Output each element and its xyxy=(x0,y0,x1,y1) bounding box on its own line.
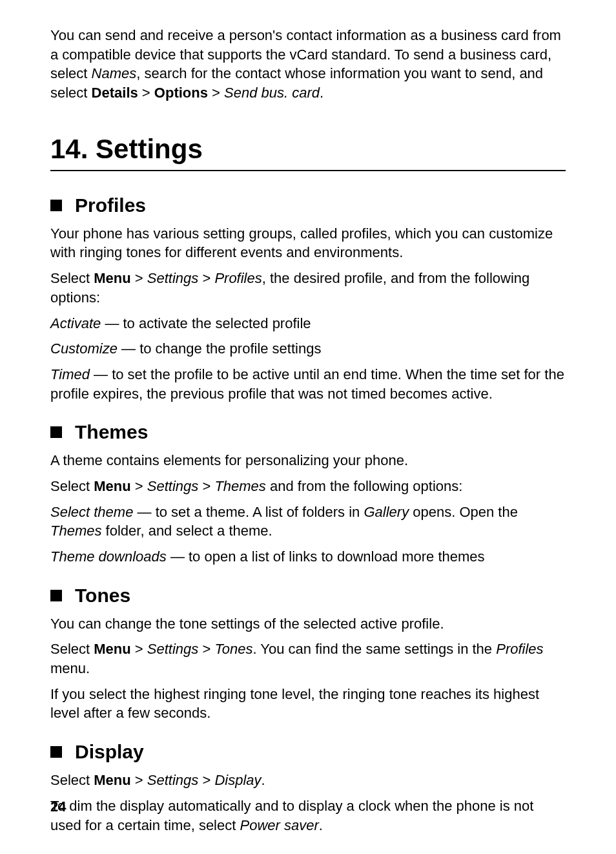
themes-select-theme: Select theme — to set a theme. A list of… xyxy=(50,503,566,541)
intro-details: Details xyxy=(92,85,138,101)
profiles-timed: Timed — to set the profile to be active … xyxy=(50,365,566,403)
display-p1-period: . xyxy=(262,772,265,788)
display-p1-gt2: > xyxy=(198,772,214,788)
profiles-p2-profiles: Profiles xyxy=(214,270,262,286)
themes-p2-select: Select xyxy=(50,478,94,494)
tones-p3: If you select the highest ringing tone l… xyxy=(50,685,566,723)
tones-p2-rest1: . You can find the same settings in the xyxy=(253,641,497,657)
display-p1-settings: Settings xyxy=(147,772,199,788)
intro-gt2: > xyxy=(208,85,224,101)
intro-period: . xyxy=(320,85,323,101)
display-heading: Display xyxy=(50,741,566,763)
chapter-heading: 14. Settings xyxy=(50,134,566,171)
profiles-p2-settings: Settings xyxy=(147,270,199,286)
profiles-p2-select: Select xyxy=(50,270,94,286)
profiles-activate: Activate — to activate the selected prof… xyxy=(50,314,566,333)
themes-heading-text: Themes xyxy=(75,421,148,443)
themes-downloads: Theme downloads — to open a list of link… xyxy=(50,547,566,567)
page-number: 24 xyxy=(50,798,66,815)
themes-section: Themes A theme contains elements for per… xyxy=(50,421,566,566)
profiles-customize: Customize — to change the profile settin… xyxy=(50,339,566,359)
select-theme-text1: — to set a theme. A list of folders in xyxy=(133,504,364,520)
tones-heading: Tones xyxy=(50,585,566,607)
customize-text: — to change the profile settings xyxy=(118,340,322,357)
intro-paragraph: You can send and receive a person's cont… xyxy=(50,26,566,103)
display-p2: To dim the display automatically and to … xyxy=(50,797,566,835)
profiles-p2-gt1: > xyxy=(131,270,147,286)
intro-options: Options xyxy=(154,85,208,101)
profiles-p2: Select Menu > Settings > Profiles, the d… xyxy=(50,269,566,307)
select-theme-label: Select theme xyxy=(50,504,133,520)
square-bullet-icon xyxy=(50,746,62,758)
activate-label: Activate xyxy=(50,315,101,331)
themes-p2-menu: Menu xyxy=(94,478,130,494)
tones-heading-text: Tones xyxy=(75,585,130,607)
tones-section: Tones You can change the tone settings o… xyxy=(50,585,566,723)
power-saver-label: Power saver xyxy=(240,817,318,833)
square-bullet-icon xyxy=(50,200,62,211)
select-theme-text2: opens. Open the xyxy=(409,504,518,520)
profiles-p2-menu: Menu xyxy=(94,270,130,286)
display-section: Display Select Menu > Settings > Display… xyxy=(50,741,566,835)
themes-p2-rest: and from the following options: xyxy=(266,478,463,494)
profiles-section: Profiles Your phone has various setting … xyxy=(50,194,566,404)
square-bullet-icon xyxy=(50,426,62,438)
tones-p2-gt1: > xyxy=(131,641,147,657)
themes-p1: A theme contains elements for personaliz… xyxy=(50,451,566,470)
display-p1-gt1: > xyxy=(131,772,147,788)
theme-downloads-label: Theme downloads xyxy=(50,548,167,565)
tones-p2-rest2: menu. xyxy=(50,660,90,676)
display-p1: Select Menu > Settings > Display. xyxy=(50,771,566,790)
theme-downloads-text: — to open a list of links to download mo… xyxy=(167,548,485,565)
themes-folder-label: Themes xyxy=(50,523,101,539)
tones-p2: Select Menu > Settings > Tones. You can … xyxy=(50,640,566,678)
profiles-heading-text: Profiles xyxy=(75,194,146,216)
themes-p2-themes: Themes xyxy=(214,478,265,494)
intro-gt1: > xyxy=(138,85,154,101)
tones-p2-profiles: Profiles xyxy=(496,641,543,657)
display-heading-text: Display xyxy=(75,741,144,763)
themes-p2-gt2: > xyxy=(198,478,214,494)
timed-text: — to set the profile to be active until … xyxy=(50,366,564,402)
tones-p2-select: Select xyxy=(50,641,94,657)
profiles-p2-gt2: > xyxy=(198,270,214,286)
tones-p2-tones: Tones xyxy=(214,641,252,657)
customize-label: Customize xyxy=(50,340,118,357)
tones-p1: You can change the tone settings of the … xyxy=(50,614,566,634)
intro-send-bus-card: Send bus. card xyxy=(224,85,320,101)
themes-p2-gt1: > xyxy=(131,478,147,494)
tones-p2-gt2: > xyxy=(198,641,214,657)
select-theme-text3: folder, and select a theme. xyxy=(101,523,272,539)
tones-p2-settings: Settings xyxy=(147,641,199,657)
display-p1-menu: Menu xyxy=(94,772,130,788)
display-p1-select: Select xyxy=(50,772,94,788)
profiles-heading: Profiles xyxy=(50,194,566,216)
intro-names: Names xyxy=(92,65,137,81)
display-p1-display: Display xyxy=(214,772,261,788)
profiles-p1: Your phone has various setting groups, c… xyxy=(50,224,566,262)
timed-label: Timed xyxy=(50,366,90,382)
display-p2-period: . xyxy=(319,817,323,833)
square-bullet-icon xyxy=(50,590,62,601)
activate-text: — to activate the selected profile xyxy=(101,315,311,331)
tones-p2-menu: Menu xyxy=(94,641,130,657)
gallery-label: Gallery xyxy=(364,504,409,520)
themes-p2: Select Menu > Settings > Themes and from… xyxy=(50,477,566,496)
themes-heading: Themes xyxy=(50,421,566,443)
themes-p2-settings: Settings xyxy=(147,478,199,494)
